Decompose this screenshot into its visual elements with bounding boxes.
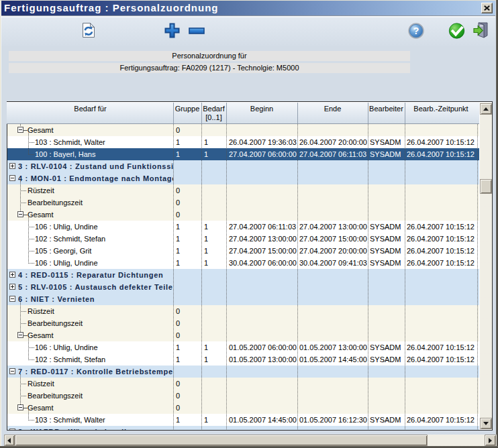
- svg-text:?: ?: [413, 25, 419, 36]
